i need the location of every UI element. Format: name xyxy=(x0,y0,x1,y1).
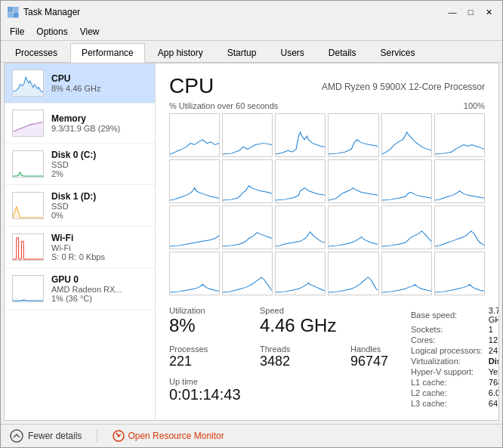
cpu-core-cell-4 xyxy=(328,113,378,157)
cpu-sidebar-info: CPU 8% 4.46 GHz xyxy=(51,73,147,93)
cpu-core-cell-15 xyxy=(275,205,326,249)
wifi-mini-graph xyxy=(12,233,44,261)
footer: Fewer details Open Resource Monitor xyxy=(1,424,502,447)
base-speed-val: 3.70 GHz xyxy=(489,306,498,324)
sidebar-item-gpu0[interactable]: GPU 0 AMD Radeon RX... 1% (36 °C) xyxy=(5,268,155,310)
maximize-button[interactable]: □ xyxy=(463,5,478,19)
disk1-mini-graph xyxy=(12,192,44,219)
window-title: Task Manager xyxy=(23,7,80,17)
svg-rect-0 xyxy=(8,7,13,12)
info-row-virt: Virtualization: Disabled xyxy=(411,356,498,366)
cpu-core-cell-18 xyxy=(434,205,485,249)
cpu-core-cell-13 xyxy=(169,205,220,249)
utilization-block: Utilization 8% xyxy=(169,306,230,337)
speed-label: Speed xyxy=(260,306,336,315)
minimize-button[interactable]: — xyxy=(445,5,460,19)
app-icon xyxy=(7,6,19,18)
disk0-sidebar-name: Disk 0 (C:) xyxy=(51,150,147,160)
processor-subtitle: AMD Ryzen 9 5900X 12-Core Processor xyxy=(322,74,485,92)
open-resource-monitor-label: Open Resource Monitor xyxy=(128,431,224,441)
open-resource-monitor-button[interactable]: Open Resource Monitor xyxy=(113,430,224,442)
l1-val: 768 KB xyxy=(489,377,498,388)
close-button[interactable]: ✕ xyxy=(481,5,496,19)
svg-rect-25 xyxy=(329,114,378,156)
cpu-core-cell-10 xyxy=(328,159,378,203)
cpu-core-cell-19 xyxy=(169,252,220,295)
threads-block: Threads 3482 xyxy=(260,344,320,370)
menu-view[interactable]: View xyxy=(74,25,106,39)
uptime-label: Up time xyxy=(169,377,411,386)
cpu-core-cell-16 xyxy=(328,205,378,249)
threads-label: Threads xyxy=(260,344,320,354)
fewer-details-label: Fewer details xyxy=(28,431,82,441)
cpu-info-table: Base speed: 3.70 GHz Sockets: 1 Cores: 1… xyxy=(411,306,498,409)
info-row-base-speed: Base speed: 3.70 GHz xyxy=(411,306,498,324)
svg-rect-40 xyxy=(170,252,219,295)
processes-value: 221 xyxy=(169,354,230,370)
tab-details[interactable]: Details xyxy=(317,43,368,62)
disk0-sidebar-sub: SSD xyxy=(51,160,147,169)
svg-rect-2 xyxy=(8,13,13,18)
cpu-sidebar-sub: 8% 4.46 GHz xyxy=(51,84,147,93)
processes-block: Processes 221 xyxy=(169,344,230,370)
cores-key: Cores: xyxy=(411,335,489,345)
tab-users[interactable]: Users xyxy=(269,43,315,62)
cpu-core-cell-6 xyxy=(434,113,485,157)
cpu-grid xyxy=(169,113,485,295)
tab-performance[interactable]: Performance xyxy=(70,43,145,63)
logical-key: Logical processors: xyxy=(411,345,489,356)
svg-rect-33 xyxy=(435,160,484,202)
sidebar-item-disk0[interactable]: Disk 0 (C:) SSD 2% xyxy=(5,144,155,185)
gpu0-sidebar-sub: AMD Radeon RX... xyxy=(51,285,147,294)
cpu-core-cell-5 xyxy=(381,113,432,157)
cpu-core-cell-9 xyxy=(275,159,326,203)
l2-key: L2 cache: xyxy=(411,388,489,398)
disk0-mini-graph xyxy=(12,150,44,178)
sidebar: CPU 8% 4.46 GHz Memory 9.3/31.9 GB (29%) xyxy=(5,63,156,420)
wifi-sidebar-sub2: S: 0 R: 0 Kbps xyxy=(51,252,147,261)
fewer-details-button[interactable]: Fewer details xyxy=(10,429,82,443)
tab-startup[interactable]: Startup xyxy=(216,43,268,62)
memory-sidebar-name: Memory xyxy=(51,113,147,124)
l3-val: 64.0 MB xyxy=(489,398,498,409)
svg-rect-30 xyxy=(276,160,325,202)
main-panel: CPU AMD Ryzen 9 5900X 12-Core Processor … xyxy=(156,63,498,420)
memory-sidebar-sub: 9.3/31.9 GB (29%) xyxy=(51,124,147,133)
cpu-core-cell-1 xyxy=(169,113,220,157)
menu-bar: File Options View xyxy=(1,23,502,41)
sidebar-item-disk1[interactable]: Disk 1 (D:) SSD 0% xyxy=(5,185,155,227)
gpu0-sidebar-info: GPU 0 AMD Radeon RX... 1% (36 °C) xyxy=(51,274,147,303)
handles-block: Handles 96747 xyxy=(350,344,411,370)
cpu-core-cell-11 xyxy=(381,159,432,203)
sockets-val: 1 xyxy=(489,324,498,335)
tab-apphistory[interactable]: App history xyxy=(147,43,214,62)
svg-rect-22 xyxy=(170,114,219,156)
cpu-core-cell-22 xyxy=(328,252,378,295)
menu-file[interactable]: File xyxy=(4,25,30,39)
sidebar-item-cpu[interactable]: CPU 8% 4.46 GHz xyxy=(5,63,155,104)
threads-value: 3482 xyxy=(260,354,320,370)
tab-processes[interactable]: Processes xyxy=(4,43,69,62)
speed-block: Speed 4.46 GHz xyxy=(260,306,336,337)
tab-services[interactable]: Services xyxy=(369,43,427,62)
disk1-sidebar-sub: SSD xyxy=(51,202,147,211)
sidebar-item-memory[interactable]: Memory 9.3/31.9 GB (29%) xyxy=(5,104,155,144)
svg-rect-3 xyxy=(14,13,19,18)
cpu-core-cell-24 xyxy=(434,252,485,295)
window-controls: — □ ✕ xyxy=(445,5,496,19)
menu-options[interactable]: Options xyxy=(30,25,73,39)
uptime-block: Up time 0:01:14:43 xyxy=(169,377,411,403)
hyperv-key: Hyper-V support: xyxy=(411,366,489,377)
left-stats: Utilization 8% Speed 4.46 GHz Processes … xyxy=(169,306,411,409)
chart-max-label: 100% xyxy=(464,101,485,110)
svg-rect-29 xyxy=(223,160,272,202)
info-row-sockets: Sockets: 1 xyxy=(411,324,498,335)
svg-point-46 xyxy=(11,430,23,442)
sidebar-item-wifi[interactable]: Wi-Fi Wi-Fi S: 0 R: 0 Kbps xyxy=(5,227,155,268)
resource-monitor-icon xyxy=(113,430,125,442)
sockets-key: Sockets: xyxy=(411,324,489,335)
svg-rect-27 xyxy=(435,114,484,156)
disk1-sidebar-sub2: 0% xyxy=(51,211,147,220)
disk0-sidebar-info: Disk 0 (C:) SSD 2% xyxy=(51,150,147,178)
disk1-sidebar-info: Disk 1 (D:) SSD 0% xyxy=(51,191,147,220)
